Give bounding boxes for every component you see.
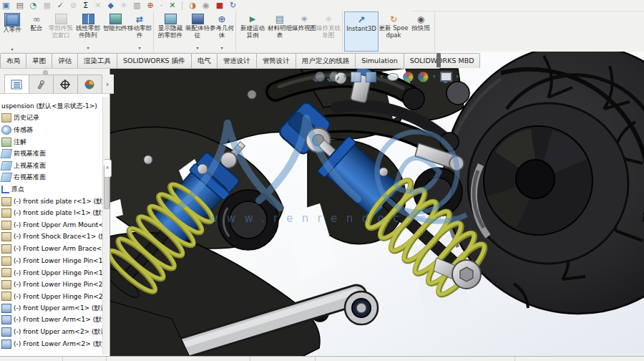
apply-scene-icon[interactable] bbox=[418, 72, 429, 82]
command-tab[interactable]: SOLIDWORKS MBD bbox=[404, 53, 481, 68]
tab-scroll-nub[interactable] bbox=[436, 53, 441, 67]
qa-tool-icon[interactable]: ◉ bbox=[203, 1, 210, 10]
qa-tool-icon[interactable]: Σ bbox=[83, 1, 88, 10]
tree-item[interactable]: 右视基准面 bbox=[0, 172, 103, 184]
ribbon-button[interactable]: ⇄ 移动零部件 ▾ bbox=[127, 11, 152, 52]
command-tab[interactable]: 用户定义的线路 bbox=[296, 53, 356, 68]
graphics-area[interactable]: www.renrendoc.com bbox=[109, 52, 644, 356]
ribbon-button[interactable]: ⊕ 参考几何体 ▾ bbox=[210, 11, 234, 52]
qa-tool-icon[interactable]: ▥ bbox=[133, 1, 140, 10]
ribbon-button[interactable]: 线性零部件阵列 ▾ bbox=[73, 11, 103, 52]
qa-tool-icon[interactable]: ◆ bbox=[107, 1, 113, 10]
tree-item[interactable]: (-) Front Lower Arm<2> (默认 bbox=[0, 338, 103, 350]
qa-tool-icon[interactable]: ✓ bbox=[57, 1, 64, 10]
tree-item-icon bbox=[1, 173, 13, 182]
ribbon-button[interactable]: ↗ Instant3D bbox=[344, 11, 379, 52]
tab-dimxpert-manager[interactable] bbox=[53, 74, 78, 93]
ribbon-button[interactable]: 零部件预览窗口 bbox=[49, 11, 73, 52]
tab-display-manager[interactable] bbox=[77, 74, 102, 93]
command-tab[interactable]: 草图 bbox=[26, 53, 52, 68]
tree-item[interactable]: 注解 bbox=[0, 136, 103, 148]
qa-tool-icon[interactable]: ✳ bbox=[120, 1, 127, 10]
chevron-down-icon[interactable]: ▾ bbox=[457, 74, 459, 80]
ribbon-button[interactable]: 显示隐藏的零部件 bbox=[155, 11, 185, 52]
ribbon-button[interactable]: ↻ 更新 Speedpak bbox=[379, 11, 409, 52]
chevron-down-icon[interactable]: ▾ bbox=[343, 74, 346, 80]
ribbon-button[interactable] bbox=[235, 11, 236, 52]
tree-item[interactable]: (-) Front Upper Hinge Pin<2> bbox=[0, 291, 103, 303]
wheel-hub[interactable] bbox=[468, 103, 628, 264]
ribbon-button-icon bbox=[81, 13, 95, 25]
tree-item[interactable]: (-) Front Lower Hinge Pin<2> bbox=[0, 279, 103, 291]
qa-tool-icon[interactable]: ⊕ bbox=[147, 1, 154, 10]
display-style-icon[interactable] bbox=[366, 72, 376, 82]
qa-tool-icon[interactable]: ◔ bbox=[30, 1, 37, 10]
view-orientation-icon[interactable] bbox=[351, 72, 361, 82]
ribbon-button[interactable]: ∞ 配合 bbox=[24, 11, 49, 52]
command-tab[interactable]: 渲染工具 bbox=[77, 53, 117, 68]
tree-root[interactable]: uspension (默认<显示状态-1>) bbox=[0, 100, 103, 112]
qa-tool-icon[interactable]: ↻ bbox=[230, 1, 236, 10]
ribbon-button[interactable]: ▤ 材料明细表 bbox=[268, 11, 292, 52]
ribbon-button[interactable]: ✳ 爆炸直线草图 bbox=[316, 11, 341, 52]
tree-item[interactable]: (-) front Upper arm<1> (默认 bbox=[0, 302, 103, 314]
tab-property-manager[interactable] bbox=[29, 74, 54, 93]
ribbon-button[interactable]: 装配体特征 ▾ bbox=[185, 11, 210, 52]
status-cell bbox=[316, 357, 515, 361]
view-settings-icon[interactable] bbox=[440, 72, 452, 82]
tree-item[interactable]: (-) front Upper arm<2> (默认 bbox=[0, 326, 103, 338]
command-tab[interactable]: 电气 bbox=[191, 53, 218, 68]
command-manager-tabs: 布局草图评估渲染工具SOLIDWORKS 插件电气管道设计管筒设计用户定义的线路… bbox=[0, 52, 439, 69]
qa-tool-icon[interactable]: ✕ bbox=[169, 1, 175, 10]
chevron-down-icon[interactable]: ▾ bbox=[433, 74, 436, 80]
hide-show-items-icon[interactable] bbox=[387, 73, 399, 81]
tree-item[interactable]: (-) Front Upper Hinge Pin<1> bbox=[0, 266, 103, 279]
zoom-to-fit-icon[interactable] bbox=[315, 72, 325, 82]
qa-tool-icon[interactable]: ⊘ bbox=[70, 1, 77, 10]
manager-tabs-overflow-button[interactable]: › bbox=[102, 74, 114, 93]
tree-item[interactable]: 历史记录 bbox=[0, 112, 103, 125]
tree-item[interactable]: 原点 bbox=[0, 183, 103, 196]
ribbon-button[interactable]: ▶ 新建运动算例 bbox=[238, 11, 268, 52]
command-tab[interactable]: 管筒设计 bbox=[256, 53, 296, 68]
tab-feature-manager[interactable] bbox=[4, 74, 29, 93]
command-tab[interactable]: 管道设计 bbox=[217, 53, 257, 68]
chevron-down-icon[interactable]: ▾ bbox=[381, 74, 384, 80]
tree-item[interactable]: (-) Front Lower Arm<1> (默认 bbox=[0, 314, 103, 327]
tree-item[interactable]: 上视基准面 bbox=[0, 160, 103, 172]
command-tab[interactable]: 评估 bbox=[52, 53, 78, 68]
edit-appearance-icon[interactable] bbox=[403, 72, 414, 82]
ribbon-button[interactable] bbox=[342, 11, 343, 52]
qa-tool-icon[interactable]: ✕ bbox=[94, 1, 101, 10]
ribbon-button[interactable]: ✳ 爆炸视图 bbox=[292, 11, 316, 52]
command-tab[interactable]: Simulation bbox=[355, 53, 404, 68]
qa-tool-icon[interactable] bbox=[182, 1, 182, 10]
ribbon-button[interactable]: ◉ 拍快照 bbox=[409, 11, 433, 52]
tree-item[interactable]: (-) Front Lower Hinge Pin<1> bbox=[0, 255, 103, 267]
tree-item[interactable]: (-) front side plate r<1> (默认 bbox=[0, 196, 103, 208]
ribbon-button[interactable]: 入零件 ▾ bbox=[0, 11, 24, 52]
tree-item[interactable]: (-) front side plate l<1> (默认 bbox=[0, 207, 103, 219]
command-tab[interactable]: 布局 bbox=[0, 53, 26, 68]
qa-tool-icon[interactable]: ■ bbox=[216, 1, 223, 10]
ribbon-button[interactable] bbox=[434, 11, 435, 52]
command-tab[interactable]: SOLIDWORKS 插件 bbox=[117, 53, 192, 68]
tree-scrollbar[interactable] bbox=[102, 97, 109, 355]
ribbon-button-icon: ✳ bbox=[297, 13, 311, 25]
tree-item-icon bbox=[1, 208, 11, 218]
qa-tool-icon[interactable]: · bbox=[160, 1, 163, 10]
qa-tool-icon[interactable]: ▦ bbox=[43, 1, 50, 10]
tree-item[interactable]: (-) Front Shock Brace<1> (默认 bbox=[0, 231, 103, 244]
zoom-to-area-icon[interactable] bbox=[329, 72, 339, 82]
panel-splitter-handle[interactable] bbox=[104, 159, 112, 178]
tree-item[interactable]: (-) Front Lower Arm Brace<1> bbox=[0, 243, 103, 255]
qa-tool-icon[interactable]: ▣ bbox=[2, 1, 9, 10]
ribbon-button-icon bbox=[54, 13, 68, 25]
tree-item[interactable]: 传感器 bbox=[0, 124, 103, 136]
ribbon-button[interactable]: 智能扣件 bbox=[103, 11, 127, 52]
tree-item[interactable]: (-) Front Upper Arm Mount<1 bbox=[0, 219, 103, 231]
tree-item[interactable]: 前视基准面 bbox=[0, 148, 103, 160]
qa-tool-icon[interactable]: ▤ bbox=[16, 1, 23, 10]
qa-tool-icon[interactable]: ◑ bbox=[189, 1, 196, 10]
ribbon-button[interactable] bbox=[153, 11, 154, 52]
